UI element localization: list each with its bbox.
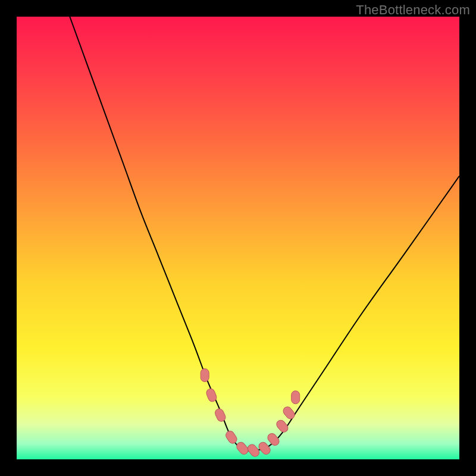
chart-svg: [17, 17, 459, 459]
watermark-text: TheBottleneck.com: [356, 2, 470, 18]
plot-area: [17, 17, 459, 459]
gradient-background: [17, 17, 459, 459]
chart-frame: TheBottleneck.com: [0, 0, 476, 476]
marker-point: [292, 391, 300, 404]
marker-point: [201, 369, 209, 382]
